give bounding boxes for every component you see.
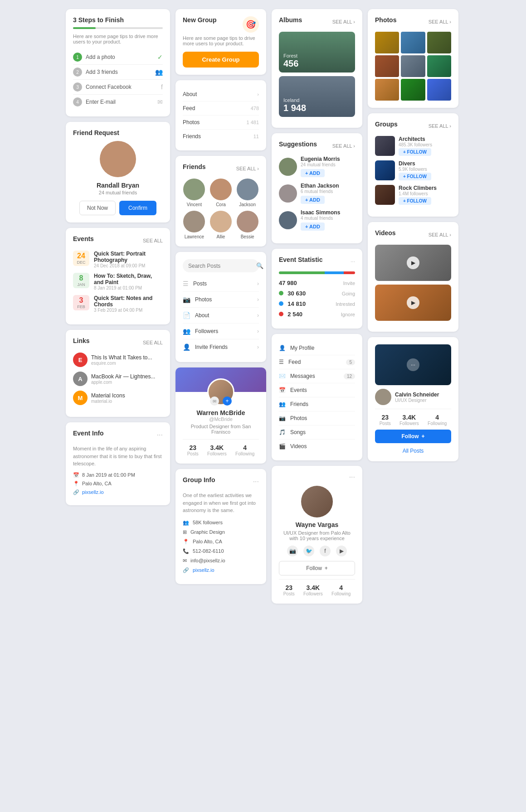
suggestions-see-all[interactable]: SEE ALL › xyxy=(332,143,355,149)
group-location: Palo Alto, CA xyxy=(193,539,222,544)
groups-see-all[interactable]: SEE ALL › xyxy=(429,123,451,129)
menu-feed[interactable]: ☰ Feed 5 xyxy=(279,355,355,369)
not-now-button[interactable]: Not Now xyxy=(79,201,116,215)
group-info-card: Group Info ··· One of the earliest activ… xyxy=(175,469,266,584)
album-iceland-name: Iceland xyxy=(283,97,306,103)
menu-followers[interactable]: 👥 Followers › xyxy=(183,324,259,339)
follow-group-1[interactable]: + FOLLOW xyxy=(399,148,431,156)
links-see-all[interactable]: SEE ALL xyxy=(143,340,163,345)
menu-photos[interactable]: 📷 Photos xyxy=(279,411,355,425)
message-icon[interactable]: ✉ xyxy=(210,396,219,406)
search-box[interactable]: 🔍 xyxy=(183,259,259,272)
photo-1[interactable] xyxy=(375,32,399,53)
menu-posts[interactable]: ☰ Posts › xyxy=(183,276,259,292)
group-info-more[interactable]: ··· xyxy=(253,478,259,486)
facebook-icon[interactable]: f xyxy=(320,546,331,556)
nav-friends[interactable]: Friends 11 xyxy=(183,130,259,143)
friend-thumb-5[interactable]: Allie xyxy=(209,211,233,239)
menu-about[interactable]: 📄 About › xyxy=(183,308,259,324)
nav-photos[interactable]: Photos 1 481 xyxy=(183,116,259,130)
menu-photos[interactable]: 📷 Photos › xyxy=(183,292,259,308)
follow-button[interactable]: Follow + xyxy=(279,561,355,575)
menu-videos[interactable]: 🎬 Videos xyxy=(279,440,355,453)
event-info-header: Event Info ··· xyxy=(73,430,163,440)
friend-name-5: Allie xyxy=(209,234,233,239)
album-forest[interactable]: Forest 456 xyxy=(279,32,355,72)
calvin-posts-label: Posts xyxy=(380,421,391,426)
friend-thumb-3[interactable]: Jackson xyxy=(236,179,259,207)
menu-songs[interactable]: 🎵 Songs xyxy=(279,425,355,440)
event-stat-more[interactable]: ··· xyxy=(351,258,355,265)
photo-8[interactable] xyxy=(401,79,425,101)
albums-header: Albums SEE ALL › xyxy=(279,16,355,27)
menu-messages[interactable]: ✉️ Messages 12 xyxy=(279,369,355,383)
friend-thumb-4[interactable]: Lawrence xyxy=(183,211,206,239)
group-email-row: ✉ info@pixsellz.io xyxy=(183,558,259,564)
link-item-1[interactable]: E This Is What It Takes to... esquire.co… xyxy=(73,353,163,367)
sugg-name-2: Ethan Jackson xyxy=(301,183,339,189)
photo-5[interactable] xyxy=(401,55,425,77)
instagram-icon[interactable]: 📷 xyxy=(287,546,298,556)
video-1[interactable]: ▶ xyxy=(375,245,451,281)
events-see-all[interactable]: SEE ALL xyxy=(143,238,163,243)
menu-invite[interactable]: 👤 Invite Friends › xyxy=(183,339,259,355)
create-group-button[interactable]: Create Group xyxy=(183,52,259,68)
friend-thumb-6[interactable]: Bessie xyxy=(236,211,259,239)
add-button-1[interactable]: + ADD xyxy=(301,169,325,177)
follow-group-3[interactable]: + FOLLOW xyxy=(399,197,431,205)
link-item-3[interactable]: M Material Icons material.io xyxy=(73,391,163,405)
add-friend-icon[interactable]: + xyxy=(223,396,232,406)
friends-count: 11 xyxy=(253,134,259,139)
photo-3[interactable] xyxy=(427,32,451,53)
nav-about[interactable]: About › xyxy=(183,87,259,102)
menu-events[interactable]: 📅 Events xyxy=(279,383,355,397)
link-item-2[interactable]: A MacBook Air — Lightnes... apple.com xyxy=(73,372,163,386)
photo-6[interactable] xyxy=(427,55,451,77)
profile2-more[interactable]: ··· xyxy=(349,473,355,481)
albums-see-all[interactable]: SEE ALL › xyxy=(332,19,355,24)
friends-see-all[interactable]: SEE ALL › xyxy=(236,166,259,171)
video-2[interactable]: ▶ xyxy=(375,285,451,321)
follow-group-2[interactable]: + FOLLOW xyxy=(399,173,431,180)
invite-icon: 👤 xyxy=(183,343,190,351)
add-button-2[interactable]: + ADD xyxy=(301,196,325,204)
friend-thumb-2[interactable]: Cora xyxy=(209,179,233,207)
event-info-link[interactable]: pixsellz.io xyxy=(82,489,104,495)
friend-mutual: 24 mutual friends xyxy=(73,190,163,195)
event-info-more[interactable]: ··· xyxy=(157,431,163,439)
photo-2[interactable] xyxy=(401,32,425,53)
play-icon-2[interactable]: ▶ xyxy=(407,296,419,309)
calvin-name: Calvin Schneider xyxy=(395,392,439,398)
nav-feed[interactable]: Feed 478 xyxy=(183,102,259,116)
photo-9[interactable] xyxy=(427,79,451,101)
search-input[interactable] xyxy=(188,263,256,269)
twitter-icon[interactable]: 🐦 xyxy=(303,546,314,556)
follow-calvin-button[interactable]: Follow + xyxy=(375,430,451,443)
menu-friends[interactable]: 👥 Friends xyxy=(279,397,355,411)
album-iceland[interactable]: Iceland 1 948 xyxy=(279,76,355,117)
stat-row-going: 30 630 Going xyxy=(279,290,355,297)
photos-see-all[interactable]: SEE ALL › xyxy=(429,19,451,24)
all-posts-link[interactable]: All Posts xyxy=(375,446,451,454)
add-button-3[interactable]: + ADD xyxy=(301,222,325,231)
friends-icon: 👥 xyxy=(279,401,286,407)
event-info-2: How To: Sketch, Draw, and Paint 8 Jan 20… xyxy=(94,273,163,290)
event-month-2: JAN xyxy=(74,282,88,287)
more-icon[interactable]: ··· xyxy=(407,358,419,371)
confirm-button[interactable]: Confirm xyxy=(119,201,156,215)
youtube-icon[interactable]: ▶ xyxy=(336,546,347,556)
photo-7[interactable] xyxy=(375,79,399,101)
photo-4[interactable] xyxy=(375,55,399,77)
group-name-1: Architects xyxy=(399,136,432,142)
event-day-3: 3 xyxy=(74,296,88,304)
step-num-3: 3 xyxy=(73,82,82,92)
friend-thumb-1[interactable]: Vincent xyxy=(183,179,206,207)
category-icon: ⊞ xyxy=(183,529,187,535)
stat-followers: 3.4K Followers xyxy=(207,444,227,456)
play-icon-1[interactable]: ▶ xyxy=(407,256,419,269)
menu-my-profile[interactable]: 👤 My Profile xyxy=(279,341,355,355)
chevron-icon: › xyxy=(257,328,259,334)
videos-see-all[interactable]: SEE ALL › xyxy=(429,232,451,237)
suggestions-header: Suggestions SEE ALL › xyxy=(279,140,355,151)
group-link[interactable]: pixsellz.io xyxy=(193,567,214,573)
